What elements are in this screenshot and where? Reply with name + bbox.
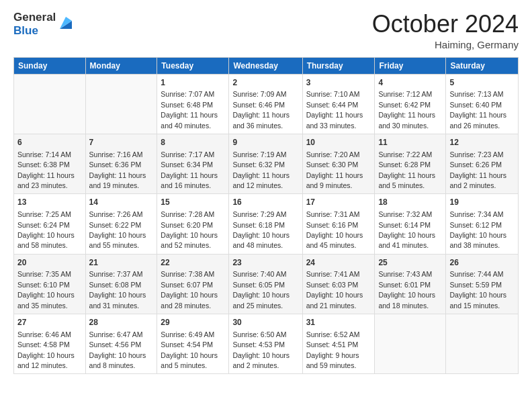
table-row: 29Sunrise: 6:49 AMSunset: 4:54 PMDayligh… — [157, 314, 229, 374]
table-row: 23Sunrise: 7:40 AMSunset: 6:05 PMDayligh… — [229, 254, 302, 314]
col-saturday: Saturday — [446, 57, 519, 74]
day-number: 29 — [161, 317, 225, 328]
day-number: 17 — [306, 197, 371, 208]
day-number: 8 — [161, 137, 225, 148]
day-info: Sunrise: 7:41 AMSunset: 6:03 PMDaylight:… — [306, 270, 363, 309]
table-row: 5Sunrise: 7:13 AMSunset: 6:40 PMDaylight… — [446, 74, 519, 134]
day-info: Sunrise: 7:38 AMSunset: 6:07 PMDaylight:… — [161, 270, 218, 309]
table-row: 24Sunrise: 7:41 AMSunset: 6:03 PMDayligh… — [302, 254, 375, 314]
day-number: 24 — [306, 257, 371, 269]
day-info: Sunrise: 6:50 AMSunset: 4:53 PMDaylight:… — [232, 330, 290, 369]
table-row: 2Sunrise: 7:09 AMSunset: 6:46 PMDaylight… — [229, 74, 302, 134]
day-number: 21 — [89, 257, 154, 269]
day-info: Sunrise: 7:31 AMSunset: 6:16 PMDaylight:… — [306, 210, 363, 249]
calendar-week-4: 20Sunrise: 7:35 AMSunset: 6:10 PMDayligh… — [14, 254, 519, 314]
day-number: 6 — [17, 137, 82, 148]
day-number: 18 — [378, 197, 442, 208]
day-number: 20 — [17, 257, 82, 269]
table-row: 30Sunrise: 6:50 AMSunset: 4:53 PMDayligh… — [229, 314, 302, 374]
day-info: Sunrise: 7:32 AMSunset: 6:14 PMDaylight:… — [378, 210, 435, 249]
calendar-page: General Blue October 2024 Haiming, Germa… — [0, 0, 532, 411]
logo-icon — [57, 14, 75, 32]
table-row — [14, 74, 86, 134]
day-info: Sunrise: 7:28 AMSunset: 6:20 PMDaylight:… — [161, 210, 218, 249]
day-number: 25 — [378, 257, 442, 269]
day-info: Sunrise: 7:14 AMSunset: 6:38 PMDaylight:… — [17, 150, 75, 189]
day-info: Sunrise: 7:12 AMSunset: 6:42 PMDaylight:… — [378, 90, 435, 129]
table-row: 9Sunrise: 7:19 AMSunset: 6:32 PMDaylight… — [229, 134, 302, 193]
col-thursday: Thursday — [302, 57, 375, 74]
day-info: Sunrise: 7:09 AMSunset: 6:46 PMDaylight:… — [232, 90, 290, 129]
day-info: Sunrise: 6:47 AMSunset: 4:56 PMDaylight:… — [89, 330, 146, 369]
table-row: 16Sunrise: 7:29 AMSunset: 6:18 PMDayligh… — [229, 194, 302, 254]
table-row: 19Sunrise: 7:34 AMSunset: 6:12 PMDayligh… — [446, 194, 519, 254]
calendar-week-5: 27Sunrise: 6:46 AMSunset: 4:58 PMDayligh… — [14, 314, 519, 374]
table-row: 3Sunrise: 7:10 AMSunset: 6:44 PMDaylight… — [302, 74, 375, 134]
day-number: 30 — [232, 317, 298, 328]
table-row: 22Sunrise: 7:38 AMSunset: 6:07 PMDayligh… — [157, 254, 229, 314]
table-row: 17Sunrise: 7:31 AMSunset: 6:16 PMDayligh… — [302, 194, 375, 254]
day-info: Sunrise: 7:19 AMSunset: 6:32 PMDaylight:… — [232, 150, 290, 189]
day-info: Sunrise: 7:16 AMSunset: 6:36 PMDaylight:… — [89, 150, 146, 189]
logo: General Blue — [13, 11, 75, 37]
table-row: 13Sunrise: 7:25 AMSunset: 6:24 PMDayligh… — [14, 194, 86, 254]
calendar-table: Sunday Monday Tuesday Wednesday Thursday… — [13, 57, 519, 375]
day-info: Sunrise: 7:26 AMSunset: 6:22 PMDaylight:… — [89, 210, 146, 249]
day-info: Sunrise: 7:35 AMSunset: 6:10 PMDaylight:… — [17, 270, 75, 309]
day-info: Sunrise: 7:37 AMSunset: 6:08 PMDaylight:… — [89, 270, 146, 309]
table-row: 18Sunrise: 7:32 AMSunset: 6:14 PMDayligh… — [375, 194, 446, 254]
table-row: 26Sunrise: 7:44 AMSunset: 5:59 PMDayligh… — [446, 254, 519, 314]
table-row: 7Sunrise: 7:16 AMSunset: 6:36 PMDaylight… — [85, 134, 157, 193]
day-number: 31 — [306, 317, 371, 328]
table-row — [446, 314, 519, 374]
day-info: Sunrise: 7:22 AMSunset: 6:28 PMDaylight:… — [378, 150, 435, 189]
day-number: 27 — [17, 317, 82, 328]
title-month: October 2024 — [372, 11, 519, 38]
table-row: 20Sunrise: 7:35 AMSunset: 6:10 PMDayligh… — [14, 254, 86, 314]
day-info: Sunrise: 7:34 AMSunset: 6:12 PMDaylight:… — [449, 210, 506, 249]
col-sunday: Sunday — [14, 57, 86, 74]
calendar-week-3: 13Sunrise: 7:25 AMSunset: 6:24 PMDayligh… — [14, 194, 519, 254]
day-info: Sunrise: 7:07 AMSunset: 6:48 PMDaylight:… — [161, 90, 218, 129]
day-number: 9 — [232, 137, 298, 148]
day-info: Sunrise: 7:10 AMSunset: 6:44 PMDaylight:… — [306, 90, 363, 129]
day-number: 19 — [449, 197, 515, 208]
day-info: Sunrise: 7:23 AMSunset: 6:26 PMDaylight:… — [449, 150, 506, 189]
col-tuesday: Tuesday — [157, 57, 229, 74]
table-row: 8Sunrise: 7:17 AMSunset: 6:34 PMDaylight… — [157, 134, 229, 193]
day-info: Sunrise: 7:13 AMSunset: 6:40 PMDaylight:… — [449, 90, 506, 129]
day-number: 14 — [89, 197, 154, 208]
title-location: Haiming, Germany — [372, 39, 519, 50]
day-number: 26 — [449, 257, 515, 269]
table-row — [375, 314, 446, 374]
table-row: 11Sunrise: 7:22 AMSunset: 6:28 PMDayligh… — [375, 134, 446, 193]
day-number: 2 — [232, 77, 298, 89]
calendar-week-2: 6Sunrise: 7:14 AMSunset: 6:38 PMDaylight… — [14, 134, 519, 193]
table-row: 12Sunrise: 7:23 AMSunset: 6:26 PMDayligh… — [446, 134, 519, 193]
col-friday: Friday — [375, 57, 446, 74]
table-row: 4Sunrise: 7:12 AMSunset: 6:42 PMDaylight… — [375, 74, 446, 134]
calendar-header-row: Sunday Monday Tuesday Wednesday Thursday… — [14, 57, 519, 74]
day-number: 3 — [306, 77, 371, 89]
day-info: Sunrise: 6:52 AMSunset: 4:51 PMDaylight:… — [306, 330, 360, 369]
day-number: 23 — [232, 257, 298, 269]
day-number: 4 — [378, 77, 442, 89]
table-row — [85, 74, 157, 134]
day-info: Sunrise: 7:43 AMSunset: 6:01 PMDaylight:… — [378, 270, 435, 309]
day-number: 15 — [161, 197, 225, 208]
header: General Blue October 2024 Haiming, Germa… — [13, 11, 519, 50]
day-info: Sunrise: 7:20 AMSunset: 6:30 PMDaylight:… — [306, 150, 363, 189]
table-row: 21Sunrise: 7:37 AMSunset: 6:08 PMDayligh… — [85, 254, 157, 314]
day-number: 11 — [378, 137, 442, 148]
day-number: 5 — [449, 77, 515, 89]
day-number: 16 — [232, 197, 298, 208]
title-block: October 2024 Haiming, Germany — [372, 11, 519, 50]
day-info: Sunrise: 7:17 AMSunset: 6:34 PMDaylight:… — [161, 150, 218, 189]
table-row: 15Sunrise: 7:28 AMSunset: 6:20 PMDayligh… — [157, 194, 229, 254]
col-monday: Monday — [85, 57, 157, 74]
col-wednesday: Wednesday — [229, 57, 302, 74]
table-row: 28Sunrise: 6:47 AMSunset: 4:56 PMDayligh… — [85, 314, 157, 374]
table-row: 27Sunrise: 6:46 AMSunset: 4:58 PMDayligh… — [14, 314, 86, 374]
table-row: 14Sunrise: 7:26 AMSunset: 6:22 PMDayligh… — [85, 194, 157, 254]
day-info: Sunrise: 7:25 AMSunset: 6:24 PMDaylight:… — [17, 210, 75, 249]
